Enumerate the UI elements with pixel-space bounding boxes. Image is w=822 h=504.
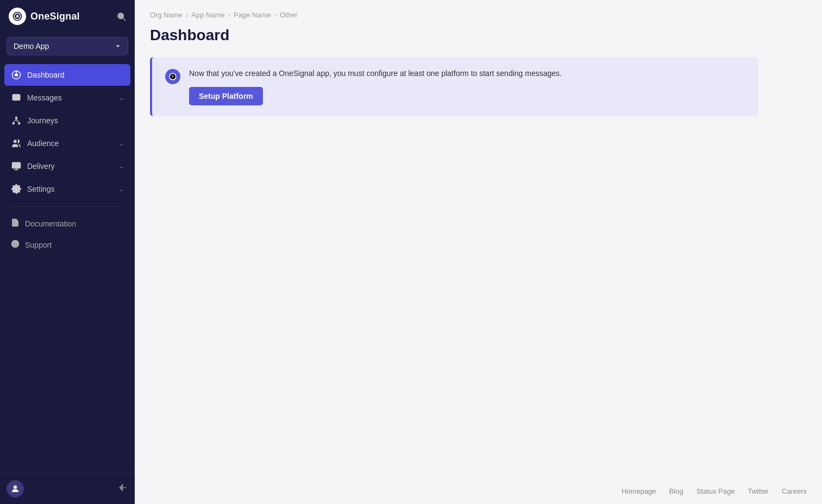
breadcrumb-org[interactable]: Org Name — [150, 11, 183, 19]
svg-line-4 — [123, 18, 125, 20]
support-label: Support — [25, 241, 52, 249]
messages-icon — [11, 92, 22, 103]
breadcrumb: Org Name › App Name › Page Name › Other — [150, 11, 807, 19]
svg-point-19 — [14, 486, 17, 489]
main-content: Org Name › App Name › Page Name › Other … — [135, 0, 822, 504]
sidebar-item-journeys-label: Journeys — [27, 116, 124, 125]
sidebar-footer — [0, 473, 135, 504]
delivery-icon — [11, 161, 22, 172]
banner-content: Now that you've created a OneSignal app,… — [189, 68, 745, 105]
app-selector[interactable]: Demo App — [7, 37, 128, 55]
logo-area: OneSignal — [9, 8, 80, 25]
footer-link-status[interactable]: Status Page — [696, 487, 735, 495]
footer-link-homepage[interactable]: Homepage — [622, 487, 656, 495]
breadcrumb-other[interactable]: Other — [280, 11, 298, 19]
sidebar-header: OneSignal — [0, 0, 135, 33]
sidebar-item-dashboard[interactable]: Dashboard — [4, 64, 130, 86]
logo-text: OneSignal — [30, 11, 80, 22]
chevron-down-icon: ⌄ — [119, 186, 124, 193]
svg-point-2 — [16, 15, 19, 18]
dashboard-icon — [11, 70, 22, 80]
sidebar-item-support[interactable]: Support — [4, 235, 130, 255]
page-footer: Homepage Blog Status Page Twitter Career… — [135, 478, 822, 504]
logo-icon — [9, 8, 26, 25]
audience-icon — [11, 138, 22, 149]
footer-link-careers[interactable]: Careers — [782, 487, 807, 495]
sidebar-item-documentation[interactable]: Documentation — [4, 213, 130, 234]
collapse-sidebar-button[interactable] — [117, 482, 128, 495]
user-avatar[interactable] — [7, 480, 24, 497]
breadcrumb-sep-3: › — [274, 11, 277, 19]
sidebar-item-messages[interactable]: Messages ⌄ — [4, 87, 130, 109]
svg-point-6 — [15, 73, 18, 77]
chevron-down-icon: ⌄ — [119, 140, 124, 147]
svg-point-12 — [14, 140, 17, 143]
journeys-icon — [11, 115, 22, 126]
footer-link-blog[interactable]: Blog — [669, 487, 683, 495]
sidebar-item-settings-label: Settings — [27, 185, 114, 193]
breadcrumb-sep-2: › — [228, 11, 230, 19]
sidebar-item-dashboard-label: Dashboard — [27, 71, 124, 79]
breadcrumb-sep-1: › — [186, 11, 188, 19]
sidebar-item-audience-label: Audience — [27, 139, 114, 148]
chevron-down-icon: ⌄ — [119, 94, 124, 102]
sidebar-item-delivery[interactable]: Delivery ⌄ — [4, 155, 130, 177]
info-banner: Now that you've created a OneSignal app,… — [150, 57, 758, 116]
doc-icon — [11, 218, 20, 229]
footer-link-twitter[interactable]: Twitter — [748, 487, 768, 495]
sidebar-divider — [11, 206, 124, 207]
banner-text: Now that you've created a OneSignal app,… — [189, 68, 745, 79]
documentation-label: Documentation — [25, 219, 76, 228]
sidebar-item-audience[interactable]: Audience ⌄ — [4, 133, 130, 154]
content-area: Org Name › App Name › Page Name › Other … — [135, 0, 822, 478]
search-button[interactable] — [116, 11, 126, 21]
info-icon — [165, 69, 180, 84]
support-icon — [11, 240, 20, 250]
setup-platform-button[interactable]: Setup Platform — [189, 87, 263, 105]
sidebar-item-settings[interactable]: Settings ⌄ — [4, 178, 130, 200]
sidebar-nav: Dashboard Messages ⌄ — [0, 64, 135, 473]
breadcrumb-app[interactable]: App Name — [191, 11, 224, 19]
sidebar-item-messages-label: Messages — [27, 93, 114, 102]
sidebar-item-journeys[interactable]: Journeys — [4, 110, 130, 131]
breadcrumb-page[interactable]: Page Name — [234, 11, 271, 19]
settings-icon — [11, 184, 22, 194]
sidebar: OneSignal Demo App Dashboard — [0, 0, 135, 504]
sidebar-item-delivery-label: Delivery — [27, 162, 114, 171]
page-title: Dashboard — [150, 27, 807, 44]
app-selector-label: Demo App — [14, 42, 49, 51]
chevron-down-icon: ⌄ — [119, 163, 124, 170]
